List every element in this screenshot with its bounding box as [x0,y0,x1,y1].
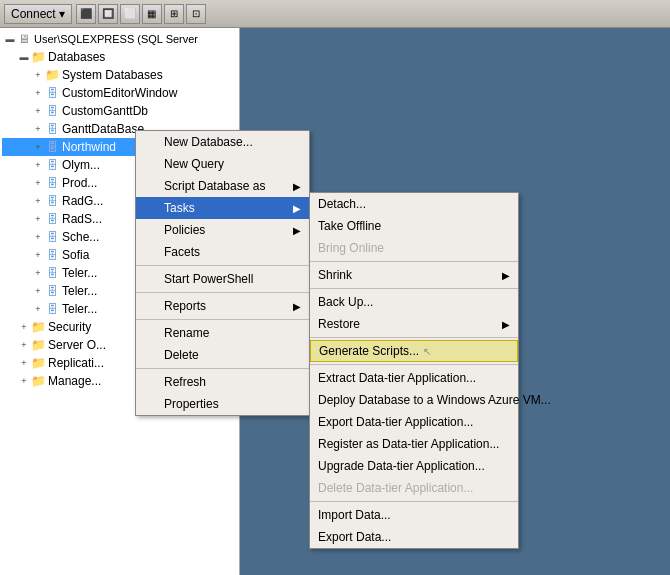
databases-label: Databases [48,50,105,64]
server-icon: 🖥 [16,33,32,45]
menu-label-rename: Rename [164,326,209,340]
expand-icon-gantt: + [32,123,44,135]
menu-arrow-shrink: ▶ [502,270,510,281]
menu-item-new-query[interactable]: New Query [136,153,309,175]
menu-item-script-database-as[interactable]: Script Database as ▶ [136,175,309,197]
expand-icon-olymp: + [32,159,44,171]
toolbar-icon-2[interactable]: 🔲 [98,4,118,24]
menu-label-register-data-tier: Register as Data-tier Application... [318,437,499,451]
menu-separator-3 [136,319,309,320]
expand-icon-sche: + [32,231,44,243]
folder-icon-security: 📁 [30,321,46,333]
menu-item-export-data[interactable]: Export Data... [310,526,518,548]
menu-arrow-script-db: ▶ [293,181,301,192]
teler3-label: Teler... [62,302,97,316]
folder-icon-manage: 📁 [30,375,46,387]
menu-item-import-data[interactable]: Import Data... [310,504,518,526]
menu-item-deploy-database[interactable]: Deploy Database to a Windows Azure VM... [310,389,518,411]
menu-label-generate-scripts: Generate Scripts... [319,344,419,358]
menu-item-extract-data-tier[interactable]: Extract Data-tier Application... [310,367,518,389]
expand-icon-northwind: + [32,141,44,153]
menu-separator-4 [136,368,309,369]
menu-label-policies: Policies [164,223,205,237]
tree-item-customgantt[interactable]: + 🗄 CustomGanttDb [2,102,237,120]
menu-separator-2 [136,292,309,293]
system-databases-label: System Databases [62,68,163,82]
db-icon-sche: 🗄 [44,231,60,243]
menu-item-properties[interactable]: Properties [136,393,309,415]
expand-icon-rads: + [32,213,44,225]
menu-item-restore[interactable]: Restore ▶ [310,313,518,335]
menu-item-export-data-tier[interactable]: Export Data-tier Application... [310,411,518,433]
menu-arrow-policies: ▶ [293,225,301,236]
connect-dropdown-arrow: ▾ [59,7,65,21]
sche-label: Sche... [62,230,99,244]
menu-arrow-tasks: ▶ [293,203,301,214]
menu-item-start-powershell[interactable]: Start PowerShell [136,268,309,290]
menu-item-tasks[interactable]: Tasks ▶ [136,197,309,219]
db-icon-gantt: 🗄 [44,123,60,135]
expand-icon-servero: + [18,339,30,351]
folder-icon-replication: 📁 [30,357,46,369]
teler2-label: Teler... [62,284,97,298]
expand-icon-databases: ▬ [18,51,30,63]
menu-item-back-up[interactable]: Back Up... [310,291,518,313]
menu-item-detach[interactable]: Detach... [310,193,518,215]
folder-icon-databases: 📁 [30,51,46,63]
context-menu-main: New Database... New Query Script Databas… [135,130,310,416]
tree-item-server[interactable]: ▬ 🖥 User\SQLEXPRESS (SQL Server [2,30,237,48]
menu-item-bring-online: Bring Online [310,237,518,259]
db-icon-prod: 🗄 [44,177,60,189]
ganttdatabase-label: GanttDataBase [62,122,144,136]
tree-item-customeditor[interactable]: + 🗄 CustomEditorWindow [2,84,237,102]
tasks-sep-3 [310,337,518,338]
menu-label-powershell: Start PowerShell [164,272,253,286]
menu-label-import-data: Import Data... [318,508,391,522]
menu-label-properties: Properties [164,397,219,411]
menu-label-export-data-tier: Export Data-tier Application... [318,415,473,429]
server-label: User\SQLEXPRESS (SQL Server [34,33,198,45]
sofia-label: Sofia [62,248,89,262]
expand-icon-server: ▬ [4,33,16,45]
menu-item-register-data-tier[interactable]: Register as Data-tier Application... [310,433,518,455]
expand-icon-replication: + [18,357,30,369]
db-icon-customgantt: 🗄 [44,105,60,117]
tree-item-system-databases[interactable]: + 📁 System Databases [2,66,237,84]
menu-item-facets[interactable]: Facets [136,241,309,263]
menu-arrow-restore: ▶ [502,319,510,330]
menu-item-upgrade-data-tier[interactable]: Upgrade Data-tier Application... [310,455,518,477]
cursor-icon: ↖ [423,346,431,357]
toolbar-icon-4[interactable]: ▦ [142,4,162,24]
toolbar-icon-6[interactable]: ⊡ [186,4,206,24]
menu-label-detach: Detach... [318,197,366,211]
menu-label-refresh: Refresh [164,375,206,389]
menu-item-new-database[interactable]: New Database... [136,131,309,153]
menu-item-take-offline[interactable]: Take Offline [310,215,518,237]
menu-arrow-reports: ▶ [293,301,301,312]
menu-label-back-up: Back Up... [318,295,373,309]
menu-item-rename[interactable]: Rename [136,322,309,344]
tree-item-databases[interactable]: ▬ 📁 Databases [2,48,237,66]
toolbar-icon-1[interactable]: ⬛ [76,4,96,24]
expand-icon-customgantt: + [32,105,44,117]
expand-icon-teler3: + [32,303,44,315]
menu-item-generate-scripts[interactable]: Generate Scripts... ↖ [310,340,518,362]
menu-item-policies[interactable]: Policies ▶ [136,219,309,241]
tasks-sep-1 [310,261,518,262]
connect-button[interactable]: Connect ▾ [4,4,72,24]
menu-item-refresh[interactable]: Refresh [136,371,309,393]
menu-item-shrink[interactable]: Shrink ▶ [310,264,518,286]
tasks-sep-4 [310,364,518,365]
db-icon-northwind: 🗄 [44,141,60,153]
menu-item-delete[interactable]: Delete [136,344,309,366]
olymp-label: Olym... [62,158,100,172]
toolbar-icon-5[interactable]: ⊞ [164,4,184,24]
menu-item-reports[interactable]: Reports ▶ [136,295,309,317]
menu-label-new-query: New Query [164,157,224,171]
expand-icon-radg: + [32,195,44,207]
toolbar-icon-3[interactable]: ⬜ [120,4,140,24]
menu-label-reports: Reports [164,299,206,313]
toolbar-icons: ⬛ 🔲 ⬜ ▦ ⊞ ⊡ [76,4,206,24]
folder-icon-servero: 📁 [30,339,46,351]
expand-icon-sofia: + [32,249,44,261]
